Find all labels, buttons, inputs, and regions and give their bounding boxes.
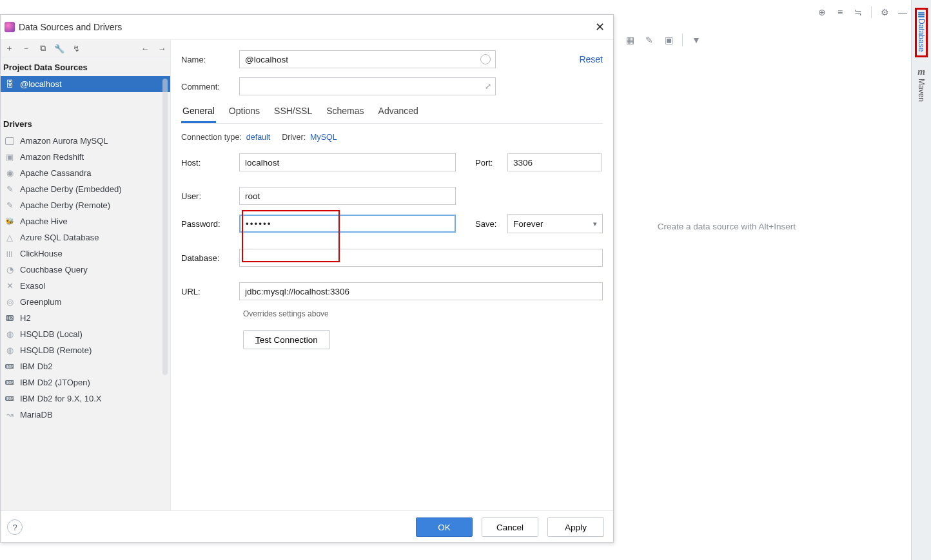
sidebar-item-driver[interactable]: HSQLDB (Remote)	[1, 342, 170, 358]
remove-icon[interactable]: －	[20, 43, 32, 54]
save-select[interactable]: Forever	[507, 214, 603, 233]
user-input[interactable]	[239, 187, 456, 205]
sidebar-item-label: HSQLDB (Remote)	[20, 345, 92, 355]
form-tabs: General Options SSH/SSL Schemas Advanced	[181, 104, 603, 124]
sidebar-scrollbar[interactable]	[162, 79, 168, 375]
sidebar-item-label: Amazon Aurora MySQL	[20, 136, 108, 146]
port-input[interactable]	[507, 153, 602, 171]
url-input[interactable]	[239, 282, 603, 300]
sidebar-tree: Project Data Sources 🗄 @localhost Driver…	[1, 57, 170, 423]
tab-advanced[interactable]: Advanced	[377, 104, 420, 123]
driver-icon	[5, 152, 15, 162]
sidebar-item-driver[interactable]: H2	[1, 310, 170, 326]
sidebar-item-label: HSQLDB (Local)	[20, 329, 83, 339]
connection-type-label: Connection type:	[181, 133, 242, 142]
name-input[interactable]	[239, 50, 496, 68]
tool-window-tab-maven[interactable]: m Maven	[917, 66, 926, 102]
color-picker-icon[interactable]	[480, 54, 491, 64]
dialog-footer: ? OK Cancel Apply	[1, 510, 613, 543]
target-icon[interactable]: ⊕	[817, 7, 827, 17]
gear-icon[interactable]: ⚙	[879, 7, 890, 17]
edit-icon[interactable]: ✎	[643, 34, 655, 46]
tab-general[interactable]: General	[181, 104, 216, 123]
reset-link[interactable]: Reset	[579, 54, 603, 64]
sidebar-item-label: Apache Cassandra	[20, 168, 92, 178]
tab-options[interactable]: Options	[228, 104, 261, 123]
sidebar-item-driver[interactable]: IBM Db2 (JTOpen)	[1, 374, 170, 391]
sidebar-item-driver[interactable]: IBM Db2	[1, 358, 170, 374]
sidebar-item-driver[interactable]: MariaDB	[1, 407, 170, 423]
collapse-icon[interactable]: ≡	[835, 7, 845, 17]
password-input[interactable]	[239, 215, 456, 233]
sidebar-item-label: IBM Db2	[20, 362, 53, 371]
driver-icon	[5, 297, 15, 307]
driver-icon	[5, 249, 15, 259]
sidebar-item-driver[interactable]: Amazon Aurora MySQL	[1, 133, 170, 149]
sidebar-item-label: Azure SQL Database	[20, 233, 99, 242]
driver-icon	[5, 345, 15, 356]
sidebar-item-driver[interactable]: Azure SQL Database	[1, 229, 170, 246]
driver-icon	[5, 200, 15, 211]
apply-button[interactable]: Apply	[547, 517, 604, 537]
sidebar-item-label: Amazon Redshift	[20, 152, 84, 162]
top-right-toolbar: ⊕ ≡ ≒ ⚙ —	[817, 6, 908, 18]
sidebar-item-driver[interactable]: Apache Derby (Embedded)	[1, 181, 170, 197]
view-icon[interactable]: ▣	[663, 34, 674, 46]
help-button[interactable]: ?	[7, 519, 23, 535]
sidebar-item-driver[interactable]: Apache Derby (Remote)	[1, 197, 170, 213]
driver-icon	[5, 378, 15, 388]
sidebar-item-driver[interactable]: IBM Db2 for 9.X, 10.X	[1, 391, 170, 407]
test-connection-button[interactable]: Test Connection	[243, 330, 330, 349]
driver-link[interactable]: MySQL	[310, 133, 337, 142]
sidebar-item-driver[interactable]: ClickHouse	[1, 246, 170, 262]
comment-input[interactable]	[239, 77, 496, 95]
connection-type-link[interactable]: default	[246, 133, 271, 142]
database-input[interactable]	[239, 249, 603, 267]
revert-icon[interactable]: ↯	[70, 43, 82, 54]
datasource-sidebar: ＋ － ⧉ 🔧 ↯ ← → Project Data Sources 🗄 @lo…	[1, 40, 171, 510]
driver-icon	[5, 394, 15, 404]
database-sub-toolbar: ▦ ✎ ▣ ▼	[624, 34, 702, 46]
driver-icon	[5, 217, 15, 227]
sidebar-item-driver[interactable]: Greenplum	[1, 294, 170, 310]
database-tab-label: Database	[917, 19, 926, 52]
driver-icon	[5, 329, 15, 340]
table-icon[interactable]: ▦	[624, 34, 636, 46]
tab-schemas[interactable]: Schemas	[325, 104, 365, 123]
cancel-button[interactable]: Cancel	[482, 517, 538, 537]
host-label: Host:	[181, 158, 239, 168]
expand-icon[interactable]: ≒	[853, 7, 863, 17]
url-hint: Overrides settings above	[243, 309, 603, 318]
expand-icon[interactable]	[485, 82, 491, 91]
host-input[interactable]	[239, 153, 456, 171]
add-icon[interactable]: ＋	[3, 43, 15, 54]
sidebar-item-label: IBM Db2 (JTOpen)	[20, 378, 90, 387]
password-label: Password:	[181, 219, 239, 229]
sidebar-item-localhost[interactable]: 🗄 @localhost	[1, 76, 170, 92]
driver-icon	[5, 362, 15, 372]
copy-icon[interactable]: ⧉	[37, 43, 48, 54]
sidebar-item-driver[interactable]: Apache Cassandra	[1, 165, 170, 181]
sidebar-toolbar: ＋ － ⧉ 🔧 ↯ ← →	[1, 40, 170, 57]
sidebar-item-label: ClickHouse	[20, 249, 63, 258]
ok-button[interactable]: OK	[416, 517, 473, 537]
forward-icon[interactable]: →	[156, 43, 168, 54]
user-label: User:	[181, 191, 239, 201]
tab-sshssl[interactable]: SSH/SSL	[273, 104, 313, 123]
minimize-icon[interactable]: —	[897, 7, 908, 17]
datasource-form: Name: Reset Comment: General Options SSH…	[171, 40, 613, 510]
sidebar-item-label: IBM Db2 for 9.X, 10.X	[20, 394, 101, 403]
sidebar-item-driver[interactable]: Amazon Redshift	[1, 149, 170, 165]
sidebar-item-driver[interactable]: Exasol	[1, 278, 170, 294]
back-icon[interactable]: ←	[139, 43, 151, 54]
sidebar-item-label: Couchbase Query	[20, 265, 88, 275]
wrench-icon[interactable]: 🔧	[54, 43, 65, 54]
sidebar-item-driver[interactable]: Couchbase Query	[1, 262, 170, 278]
database-icon: 🗄	[5, 79, 15, 90]
driver-icon	[5, 313, 15, 323]
sidebar-item-driver[interactable]: Apache Hive	[1, 213, 170, 229]
close-button[interactable]: ✕	[593, 20, 607, 34]
sidebar-item-driver[interactable]: HSQLDB (Local)	[1, 326, 170, 342]
filter-icon[interactable]: ▼	[691, 34, 702, 46]
tool-window-tab-database[interactable]: Database	[915, 8, 928, 57]
